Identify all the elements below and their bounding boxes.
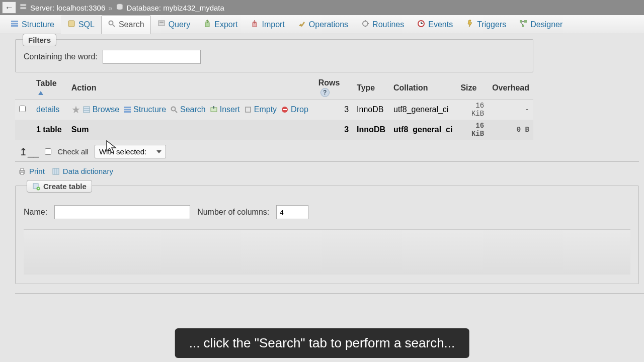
triggers-icon	[466, 20, 474, 30]
cols-label: Number of columns:	[197, 208, 269, 217]
svg-rect-11	[205, 23, 209, 27]
svg-line-25	[521, 23, 523, 25]
chevron-down-icon	[156, 150, 162, 153]
svg-rect-41	[21, 172, 24, 174]
svg-rect-26	[84, 107, 90, 113]
filters-panel: Filters Containing the word:	[15, 39, 533, 72]
back-button[interactable]: ←	[2, 2, 16, 14]
svg-rect-14	[365, 20, 366, 22]
cell-size: 16 KiB	[456, 100, 488, 120]
search-icon	[108, 20, 116, 30]
col-overhead[interactable]: Overhead	[488, 76, 533, 100]
breadcrumb-separator: »	[108, 4, 112, 12]
tab-label: Search	[119, 20, 144, 29]
structure-icon	[11, 20, 19, 30]
svg-point-7	[109, 21, 113, 25]
tab-routines[interactable]: Routines	[355, 15, 411, 34]
help-icon[interactable]: ?	[320, 88, 330, 97]
containing-word-input[interactable]	[103, 50, 201, 64]
summary-collation: utf8_general_ci	[389, 120, 456, 140]
create-table-legend: Create table	[27, 180, 92, 193]
tab-label: Export	[214, 20, 237, 29]
svg-rect-48	[38, 188, 38, 189]
tab-search[interactable]: Search	[101, 15, 151, 34]
summary-overhead: 0 B	[488, 120, 533, 140]
svg-rect-1	[20, 7, 26, 9]
svg-rect-36	[246, 107, 251, 112]
tab-label: Triggers	[477, 20, 506, 29]
favorite-icon[interactable]: ★	[71, 104, 80, 116]
breadcrumb: Server: localhost:3306 » Database: mybiz…	[19, 3, 224, 13]
routines-icon	[361, 20, 369, 30]
sql-icon	[67, 20, 75, 30]
action-drop[interactable]: Drop	[281, 105, 308, 114]
tab-bar: Structure SQL Search Query Export Import…	[0, 15, 644, 34]
col-collation[interactable]: Collation	[389, 76, 456, 100]
row-checkbox[interactable]	[19, 106, 26, 112]
events-icon	[417, 20, 425, 30]
table-name-input[interactable]	[54, 205, 190, 219]
action-search[interactable]: Search	[170, 105, 206, 114]
tab-structure[interactable]: Structure	[4, 15, 61, 34]
svg-rect-35	[213, 106, 214, 109]
num-columns-input[interactable]	[276, 205, 308, 219]
svg-point-13	[363, 21, 368, 26]
create-table-panel: Create table Name: Number of columns:	[15, 186, 639, 284]
tab-query[interactable]: Query	[151, 15, 197, 34]
svg-line-33	[175, 111, 177, 113]
col-type[interactable]: Type	[353, 76, 389, 100]
action-insert[interactable]: Insert	[210, 105, 240, 114]
operations-icon	[298, 20, 306, 30]
breadcrumb-bar: ← Server: localhost:3306 » Database: myb…	[0, 0, 644, 15]
filters-legend: Filters	[23, 34, 56, 46]
tab-import[interactable]: Import	[244, 15, 291, 34]
svg-rect-40	[21, 168, 24, 170]
database-label[interactable]: Database: mybiz432_mydata	[127, 4, 224, 12]
action-structure[interactable]: Structure	[123, 105, 166, 114]
col-size[interactable]: Size	[456, 76, 488, 100]
tab-label: Structure	[22, 20, 54, 29]
svg-rect-31	[124, 111, 131, 113]
sort-asc-icon	[38, 91, 43, 95]
server-label[interactable]: Server: localhost:3306	[30, 4, 105, 12]
create-table-footer	[24, 229, 630, 275]
svg-line-8	[113, 25, 115, 27]
cell-rows: 3	[314, 100, 353, 120]
print-link[interactable]: Print	[18, 167, 45, 175]
cell-overhead: -	[488, 100, 533, 120]
cell-collation: utf8_general_ci	[389, 100, 456, 120]
col-table[interactable]: Table	[32, 76, 67, 100]
table-name-link[interactable]: details	[36, 105, 59, 114]
tab-triggers[interactable]: Triggers	[459, 15, 513, 34]
cell-type: InnoDB	[353, 100, 389, 120]
col-rows[interactable]: Rows?	[314, 76, 353, 100]
svg-rect-4	[11, 23, 18, 24]
containing-word-label: Containing the word:	[24, 52, 98, 61]
tab-operations[interactable]: Operations	[291, 15, 355, 34]
tab-events[interactable]: Events	[411, 15, 459, 34]
svg-rect-17	[367, 23, 369, 24]
designer-icon	[519, 20, 527, 30]
action-empty[interactable]: Empty	[244, 105, 277, 114]
query-icon	[157, 20, 166, 30]
summary-count: 1 table	[32, 120, 67, 140]
tab-label: Import	[262, 20, 284, 29]
tab-export[interactable]: Export	[197, 15, 244, 34]
tab-designer[interactable]: Designer	[513, 15, 569, 34]
data-dictionary-link[interactable]: Data dictionary	[52, 167, 113, 175]
table-row: details ★ Browse Structure	[15, 100, 533, 120]
check-all-checkbox[interactable]	[45, 148, 51, 155]
with-selected-dropdown[interactable]: With selected:	[95, 145, 166, 158]
database-icon	[116, 3, 124, 13]
svg-point-32	[172, 107, 176, 111]
svg-rect-9	[158, 21, 165, 26]
svg-rect-16	[362, 23, 363, 24]
tab-label: Events	[428, 20, 453, 29]
svg-rect-29	[124, 107, 131, 108]
check-all-label[interactable]: Check all	[57, 147, 89, 156]
tab-sql[interactable]: SQL	[61, 15, 101, 34]
tab-label: Designer	[530, 20, 562, 29]
tab-label: SQL	[78, 20, 95, 29]
action-browse[interactable]: Browse	[83, 105, 119, 114]
tab-label: Routines	[372, 20, 404, 29]
